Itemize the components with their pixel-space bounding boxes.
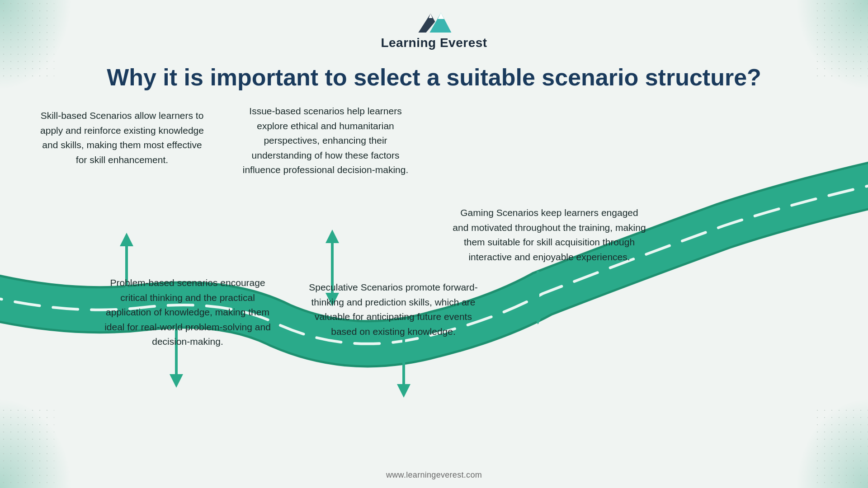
logo-text: Learning Everest xyxy=(381,36,487,50)
logo-area: Learning Everest xyxy=(381,9,487,50)
svg-marker-5 xyxy=(120,233,133,246)
gaming-text: Gaming Scenarios keep learners engaged a… xyxy=(452,206,646,264)
svg-marker-2 xyxy=(438,13,444,19)
dots-decoration-tl xyxy=(0,0,54,81)
dots-decoration-tr xyxy=(814,0,868,81)
dots-decoration-br xyxy=(814,407,868,488)
skill-text: Skill-based Scenarios allow learners to … xyxy=(36,108,208,167)
logo-mountain-icon xyxy=(416,9,452,34)
dots-decoration-bl xyxy=(0,407,54,488)
main-title: Why it is important to select a suitable… xyxy=(72,63,796,91)
footer-url: www.learningeverest.com xyxy=(386,470,482,480)
speculative-text: Speculative Scenarios promote forward-th… xyxy=(307,280,479,339)
svg-marker-13 xyxy=(397,384,410,398)
problem-text: Problem-based scenarios encourage critic… xyxy=(104,276,271,349)
issue-text: Issue-based scenarios help learners expl… xyxy=(240,104,411,178)
svg-marker-11 xyxy=(170,374,183,388)
svg-marker-9 xyxy=(326,230,339,243)
